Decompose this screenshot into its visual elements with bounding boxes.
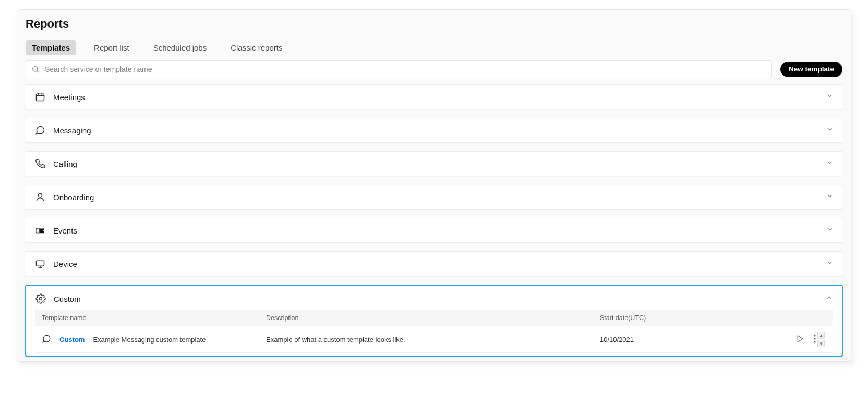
- svg-rect-8: [37, 261, 44, 266]
- chevron-up-icon: [826, 294, 833, 303]
- col-description: Description: [266, 314, 600, 322]
- scroll-up-button[interactable]: ▴: [817, 332, 825, 339]
- chevron-down-icon: [826, 192, 834, 202]
- col-start-date: Start date(UTC): [600, 314, 730, 322]
- section-onboarding: Onboarding: [25, 185, 843, 210]
- section-header-custom[interactable]: Custom: [26, 286, 842, 310]
- monitor-icon: [34, 258, 46, 269]
- template-name-text: Example Messaging custom template: [93, 336, 206, 344]
- section-header-events[interactable]: Events: [25, 218, 843, 242]
- chat-bubble-icon: [34, 125, 46, 136]
- scroll-down-button[interactable]: ▾: [817, 340, 825, 347]
- chevron-down-icon: [826, 159, 834, 168]
- table-header-row: Template name Description Start date(UTC…: [35, 310, 833, 326]
- new-template-button[interactable]: New template: [780, 62, 842, 77]
- section-device: Device: [25, 251, 843, 276]
- svg-point-0: [33, 67, 38, 71]
- section-title: Messaging: [53, 126, 826, 135]
- gear-icon: [35, 293, 46, 304]
- section-meetings: Meetings: [25, 84, 843, 109]
- search-wrap[interactable]: [26, 60, 772, 78]
- svg-line-1: [37, 71, 39, 72]
- chevron-down-icon: [826, 226, 834, 235]
- page-title: Reports: [26, 17, 842, 31]
- section-title: Onboarding: [53, 193, 826, 202]
- svg-point-11: [40, 298, 42, 300]
- search-row: New template: [17, 57, 851, 82]
- template-description: Example of what a custom template looks …: [266, 336, 600, 344]
- custom-templates-table: Template name Description Start date(UTC…: [35, 310, 833, 353]
- svg-rect-7: [37, 229, 40, 233]
- row-actions: [730, 335, 816, 345]
- chevron-down-icon: [826, 126, 834, 135]
- chat-bubble-icon: [42, 334, 51, 345]
- calendar-icon: [34, 91, 46, 103]
- section-title: Calling: [53, 160, 826, 168]
- section-header-calling[interactable]: Calling: [25, 152, 843, 176]
- run-icon[interactable]: [796, 335, 804, 345]
- sections-list: Meetings Messaging: [17, 82, 851, 357]
- section-title: Device: [53, 260, 826, 268]
- phone-icon: [34, 158, 46, 169]
- section-header-meetings[interactable]: Meetings: [25, 85, 843, 109]
- tabs: Templates Report list Scheduled jobs Cla…: [26, 40, 842, 55]
- section-events: Events: [25, 218, 843, 243]
- section-messaging: Messaging: [25, 118, 843, 143]
- custom-tag: Custom: [56, 335, 88, 344]
- chevron-down-icon: [826, 259, 834, 268]
- section-calling: Calling: [25, 151, 843, 176]
- tab-templates[interactable]: Templates: [26, 40, 76, 55]
- svg-marker-12: [798, 336, 802, 342]
- template-start-date: 10/10/2021: [600, 336, 730, 344]
- col-template-name: Template name: [42, 314, 266, 322]
- svg-point-6: [39, 193, 42, 197]
- panel-header: Reports Templates Report list Scheduled …: [17, 10, 851, 57]
- search-icon: [31, 65, 40, 73]
- section-header-messaging[interactable]: Messaging: [25, 118, 843, 142]
- chevron-down-icon: [826, 92, 834, 102]
- ticket-icon: [34, 225, 46, 236]
- section-header-device[interactable]: Device: [25, 252, 843, 276]
- scroll-indicator: ▴ ▾: [816, 332, 826, 347]
- tab-scheduled-jobs[interactable]: Scheduled jobs: [147, 40, 213, 55]
- section-custom: Custom Template name Description Start d…: [25, 285, 843, 357]
- svg-rect-2: [37, 94, 44, 101]
- section-title: Events: [53, 226, 826, 235]
- section-title: Custom: [54, 295, 826, 303]
- template-name-cell: Custom Example Messaging custom template: [42, 334, 266, 345]
- search-input[interactable]: [45, 65, 766, 73]
- reports-panel: Reports Templates Report list Scheduled …: [17, 9, 851, 362]
- section-title: Meetings: [53, 93, 826, 102]
- person-icon: [34, 191, 46, 203]
- tab-classic-reports[interactable]: Classic reports: [224, 40, 288, 55]
- table-row[interactable]: Custom Example Messaging custom template…: [35, 326, 833, 353]
- section-header-onboarding[interactable]: Onboarding: [25, 185, 843, 209]
- tab-report-list[interactable]: Report list: [88, 40, 136, 55]
